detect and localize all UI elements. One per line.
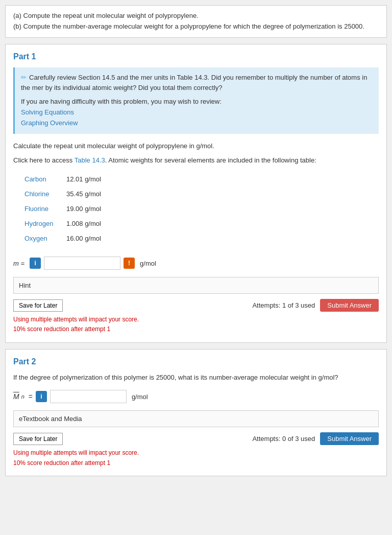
element-weight: 19.00 g/mol [66, 202, 111, 216]
hint-main-text: ✏Carefully review Section 14.5 and the m… [21, 73, 373, 94]
table-row: Carbon12.01 g/mol [24, 172, 111, 186]
part2-attempts-text: Attempts: 0 of 3 used [252, 435, 315, 443]
part1-title: Part 1 [13, 52, 379, 61]
graphing-overview-link[interactable]: Graphing Overview [21, 118, 373, 129]
part2-attempts-area: Attempts: 0 of 3 used Submit Answer [252, 432, 379, 445]
element-name: Hydrogen [24, 217, 65, 230]
part2-warning1: Using multiple attempts will impact your… [13, 448, 379, 458]
part1-warning1: Using multiple attempts will impact your… [13, 315, 379, 324]
element-name: Carbon [24, 172, 65, 186]
part2-question: If the degree of polymerization of this … [13, 373, 379, 383]
part2-input-row: Mn = i g/mol [13, 390, 379, 403]
elements-table: Carbon12.01 g/molChlorine35.45 g/molFluo… [23, 171, 112, 246]
part2-unit: g/mol [132, 393, 148, 401]
part1-save-later-button[interactable]: Save for Later [13, 299, 63, 312]
part1-attempts-area: Attempts: 1 of 3 used Submit Answer [252, 299, 379, 312]
problem-line1: (a) Compute the repeat unit molecular we… [13, 11, 379, 21]
etextbook-label: eTextbook and Media [19, 415, 82, 423]
element-weight: 35.45 g/mol [66, 187, 111, 201]
problem-line2: (b) Compute the number-average molecular… [13, 21, 379, 32]
part2-card: Part 2 If the degree of polymerization o… [5, 349, 387, 476]
part1-hint-section: Hint [13, 277, 379, 294]
table-row: Fluorine19.00 g/mol [24, 202, 111, 216]
hint-box: ✏Carefully review Section 14.5 and the m… [13, 67, 379, 134]
part1-attempts-text: Attempts: 1 of 3 used [252, 301, 315, 309]
element-name: Chlorine [24, 187, 65, 201]
part1-unit: g/mol [140, 260, 156, 267]
element-weight: 1.008 g/mol [66, 217, 111, 230]
part1-m-label: m = [13, 260, 24, 267]
instruction2: Click here to access Table 14.3. Atomic … [13, 155, 379, 166]
part1-action-row: Save for Later Attempts: 1 of 3 used Sub… [13, 299, 379, 312]
part2-info-button[interactable]: i [36, 391, 47, 402]
part1-info-button[interactable]: i [30, 258, 41, 269]
part1-warning-text: Using multiple attempts will impact your… [13, 315, 379, 334]
part1-warning-button[interactable]: ! [124, 258, 135, 269]
mn-label: Mn = [13, 392, 33, 401]
table-row: Oxygen16.00 g/mol [24, 231, 111, 245]
part2-answer-input[interactable] [50, 390, 127, 403]
review-intro: If you are having difficulty with this p… [21, 98, 222, 105]
part1-answer-input[interactable] [44, 257, 120, 270]
part2-warning2: 10% score reduction after attempt 1 [13, 458, 379, 468]
part1-card: Part 1 ✏Carefully review Section 14.5 an… [5, 44, 387, 343]
table-row: Hydrogen1.008 g/mol [24, 217, 111, 230]
part1-submit-button[interactable]: Submit Answer [320, 299, 379, 312]
part2-submit-button[interactable]: Submit Answer [320, 432, 379, 445]
part1-input-row: m = i ! g/mol [13, 257, 379, 270]
pencil-icon: ✏ [21, 74, 27, 81]
part2-save-later-button[interactable]: Save for Later [13, 433, 63, 445]
hint-text: Carefully review Section 14.5 and the me… [21, 74, 367, 92]
element-weight: 12.01 g/mol [66, 172, 111, 186]
etextbook-section: eTextbook and Media [13, 410, 379, 427]
part1-warning2: 10% score reduction after attempt 1 [13, 324, 379, 334]
element-name: Oxygen [24, 231, 65, 245]
solving-equations-link[interactable]: Solving Equations [21, 107, 373, 118]
element-name: Fluorine [24, 202, 65, 216]
part2-title: Part 2 [13, 357, 379, 366]
review-section: If you are having difficulty with this p… [21, 97, 373, 128]
table-link[interactable]: Table 14.3 [75, 156, 105, 164]
instruction1: Calculate the repeat unit molecular weig… [13, 141, 379, 152]
part2-action-row: Save for Later Attempts: 0 of 3 used Sub… [13, 432, 379, 445]
part2-warning-text: Using multiple attempts will impact your… [13, 448, 379, 468]
element-weight: 16.00 g/mol [66, 231, 111, 245]
table-row: Chlorine35.45 g/mol [24, 187, 111, 201]
hint-label: Hint [19, 282, 31, 289]
problem-statement: (a) Compute the repeat unit molecular we… [5, 5, 387, 38]
